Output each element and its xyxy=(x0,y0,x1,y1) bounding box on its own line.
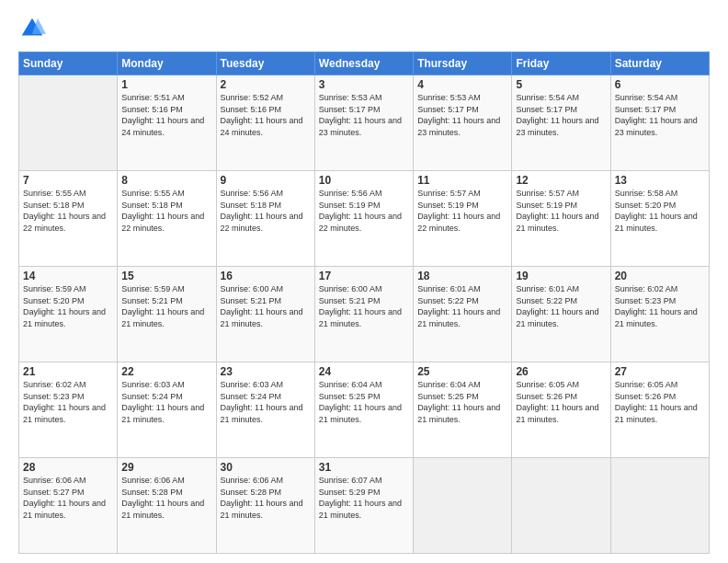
weekday-header-monday: Monday xyxy=(118,52,216,75)
calendar-cell: 14Sunrise: 5:59 AMSunset: 5:20 PMDayligh… xyxy=(19,267,118,362)
week-row-1: 1Sunrise: 5:51 AMSunset: 5:16 PMDaylight… xyxy=(19,75,710,171)
day-number: 4 xyxy=(417,78,507,91)
day-info: Sunrise: 6:05 AMSunset: 5:26 PMDaylight:… xyxy=(615,379,705,425)
day-info: Sunrise: 5:53 AMSunset: 5:17 PMDaylight:… xyxy=(417,92,507,138)
calendar-cell: 17Sunrise: 6:00 AMSunset: 5:21 PMDayligh… xyxy=(314,267,413,362)
calendar-cell: 18Sunrise: 6:01 AMSunset: 5:22 PMDayligh… xyxy=(414,267,512,362)
day-number: 9 xyxy=(221,174,311,187)
day-number: 24 xyxy=(319,365,409,378)
calendar-cell: 25Sunrise: 6:04 AMSunset: 5:25 PMDayligh… xyxy=(414,362,512,458)
day-number: 27 xyxy=(615,365,705,378)
day-info: Sunrise: 5:53 AMSunset: 5:17 PMDaylight:… xyxy=(319,92,409,138)
calendar-cell: 6Sunrise: 5:54 AMSunset: 5:17 PMDaylight… xyxy=(610,75,709,171)
calendar-cell: 10Sunrise: 5:56 AMSunset: 5:19 PMDayligh… xyxy=(314,171,413,267)
day-number: 30 xyxy=(221,461,311,474)
day-number: 13 xyxy=(615,174,705,187)
day-info: Sunrise: 5:54 AMSunset: 5:17 PMDaylight:… xyxy=(516,92,606,138)
logo xyxy=(18,15,51,42)
calendar-cell xyxy=(414,458,512,554)
calendar-cell: 19Sunrise: 6:01 AMSunset: 5:22 PMDayligh… xyxy=(512,267,610,362)
day-number: 11 xyxy=(417,174,507,187)
day-info: Sunrise: 6:02 AMSunset: 5:23 PMDaylight:… xyxy=(23,379,113,425)
day-info: Sunrise: 5:54 AMSunset: 5:17 PMDaylight:… xyxy=(615,92,705,138)
day-info: Sunrise: 5:56 AMSunset: 5:18 PMDaylight:… xyxy=(221,188,311,234)
calendar-cell: 28Sunrise: 6:06 AMSunset: 5:27 PMDayligh… xyxy=(19,458,118,554)
weekday-header-row: SundayMondayTuesdayWednesdayThursdayFrid… xyxy=(19,52,710,75)
day-number: 12 xyxy=(516,174,606,187)
week-row-3: 14Sunrise: 5:59 AMSunset: 5:20 PMDayligh… xyxy=(19,267,710,362)
day-info: Sunrise: 6:06 AMSunset: 5:28 PMDaylight:… xyxy=(121,475,211,521)
day-info: Sunrise: 5:57 AMSunset: 5:19 PMDaylight:… xyxy=(516,188,606,234)
day-info: Sunrise: 5:55 AMSunset: 5:18 PMDaylight:… xyxy=(121,188,211,234)
calendar-cell: 8Sunrise: 5:55 AMSunset: 5:18 PMDaylight… xyxy=(118,171,216,267)
header xyxy=(18,15,710,42)
calendar-cell: 13Sunrise: 5:58 AMSunset: 5:20 PMDayligh… xyxy=(610,171,709,267)
day-info: Sunrise: 5:58 AMSunset: 5:20 PMDaylight:… xyxy=(615,188,705,234)
day-info: Sunrise: 6:04 AMSunset: 5:25 PMDaylight:… xyxy=(319,379,409,425)
calendar-cell: 12Sunrise: 5:57 AMSunset: 5:19 PMDayligh… xyxy=(512,171,610,267)
day-number: 2 xyxy=(221,78,311,91)
day-info: Sunrise: 5:56 AMSunset: 5:19 PMDaylight:… xyxy=(319,188,409,234)
calendar-cell: 27Sunrise: 6:05 AMSunset: 5:26 PMDayligh… xyxy=(610,362,709,458)
day-info: Sunrise: 6:01 AMSunset: 5:22 PMDaylight:… xyxy=(516,283,606,329)
day-number: 1 xyxy=(121,78,211,91)
day-number: 25 xyxy=(417,365,507,378)
day-number: 7 xyxy=(23,174,113,187)
calendar-cell: 26Sunrise: 6:05 AMSunset: 5:26 PMDayligh… xyxy=(512,362,610,458)
calendar-cell: 23Sunrise: 6:03 AMSunset: 5:24 PMDayligh… xyxy=(216,362,314,458)
calendar-cell: 5Sunrise: 5:54 AMSunset: 5:17 PMDaylight… xyxy=(512,75,610,171)
calendar-cell: 11Sunrise: 5:57 AMSunset: 5:19 PMDayligh… xyxy=(414,171,512,267)
week-row-4: 21Sunrise: 6:02 AMSunset: 5:23 PMDayligh… xyxy=(19,362,710,458)
weekday-header-friday: Friday xyxy=(512,52,610,75)
day-info: Sunrise: 6:04 AMSunset: 5:25 PMDaylight:… xyxy=(417,379,507,425)
day-number: 17 xyxy=(319,270,409,282)
day-number: 16 xyxy=(221,270,311,282)
calendar-cell: 7Sunrise: 5:55 AMSunset: 5:18 PMDaylight… xyxy=(19,171,118,267)
day-number: 14 xyxy=(23,270,113,282)
calendar-cell: 30Sunrise: 6:06 AMSunset: 5:28 PMDayligh… xyxy=(216,458,314,554)
week-row-2: 7Sunrise: 5:55 AMSunset: 5:18 PMDaylight… xyxy=(19,171,710,267)
day-info: Sunrise: 6:06 AMSunset: 5:27 PMDaylight:… xyxy=(23,475,113,521)
day-number: 23 xyxy=(221,365,311,378)
weekday-header-thursday: Thursday xyxy=(414,52,512,75)
calendar-cell: 24Sunrise: 6:04 AMSunset: 5:25 PMDayligh… xyxy=(314,362,413,458)
day-info: Sunrise: 6:06 AMSunset: 5:28 PMDaylight:… xyxy=(221,475,311,521)
calendar-cell: 4Sunrise: 5:53 AMSunset: 5:17 PMDaylight… xyxy=(414,75,512,171)
day-number: 26 xyxy=(516,365,606,378)
calendar: SundayMondayTuesdayWednesdayThursdayFrid… xyxy=(18,52,710,554)
week-row-5: 28Sunrise: 6:06 AMSunset: 5:27 PMDayligh… xyxy=(19,458,710,554)
day-number: 31 xyxy=(319,461,409,474)
day-info: Sunrise: 5:52 AMSunset: 5:16 PMDaylight:… xyxy=(221,92,311,138)
logo-icon xyxy=(18,15,46,42)
day-info: Sunrise: 5:55 AMSunset: 5:18 PMDaylight:… xyxy=(23,188,113,234)
day-number: 6 xyxy=(615,78,705,91)
day-number: 28 xyxy=(23,461,113,474)
day-info: Sunrise: 6:01 AMSunset: 5:22 PMDaylight:… xyxy=(417,283,507,329)
calendar-cell: 31Sunrise: 6:07 AMSunset: 5:29 PMDayligh… xyxy=(314,458,413,554)
day-info: Sunrise: 6:00 AMSunset: 5:21 PMDaylight:… xyxy=(319,283,409,329)
calendar-cell: 1Sunrise: 5:51 AMSunset: 5:16 PMDaylight… xyxy=(118,75,216,171)
calendar-cell: 21Sunrise: 6:02 AMSunset: 5:23 PMDayligh… xyxy=(19,362,118,458)
day-info: Sunrise: 5:59 AMSunset: 5:20 PMDaylight:… xyxy=(23,283,113,329)
weekday-header-saturday: Saturday xyxy=(610,52,709,75)
day-info: Sunrise: 6:05 AMSunset: 5:26 PMDaylight:… xyxy=(516,379,606,425)
calendar-cell: 22Sunrise: 6:03 AMSunset: 5:24 PMDayligh… xyxy=(118,362,216,458)
day-number: 10 xyxy=(319,174,409,187)
day-number: 8 xyxy=(121,174,211,187)
day-info: Sunrise: 5:57 AMSunset: 5:19 PMDaylight:… xyxy=(417,188,507,234)
calendar-cell: 15Sunrise: 5:59 AMSunset: 5:21 PMDayligh… xyxy=(118,267,216,362)
day-number: 3 xyxy=(319,78,409,91)
weekday-header-tuesday: Tuesday xyxy=(216,52,314,75)
day-info: Sunrise: 6:00 AMSunset: 5:21 PMDaylight:… xyxy=(221,283,311,329)
day-number: 15 xyxy=(121,270,211,282)
day-info: Sunrise: 6:07 AMSunset: 5:29 PMDaylight:… xyxy=(319,475,409,521)
day-info: Sunrise: 6:02 AMSunset: 5:23 PMDaylight:… xyxy=(615,283,705,329)
calendar-cell xyxy=(19,75,118,171)
weekday-header-sunday: Sunday xyxy=(19,52,118,75)
calendar-cell xyxy=(610,458,709,554)
calendar-cell: 16Sunrise: 6:00 AMSunset: 5:21 PMDayligh… xyxy=(216,267,314,362)
calendar-cell: 29Sunrise: 6:06 AMSunset: 5:28 PMDayligh… xyxy=(118,458,216,554)
day-info: Sunrise: 6:03 AMSunset: 5:24 PMDaylight:… xyxy=(221,379,311,425)
day-number: 21 xyxy=(23,365,113,378)
day-number: 29 xyxy=(121,461,211,474)
